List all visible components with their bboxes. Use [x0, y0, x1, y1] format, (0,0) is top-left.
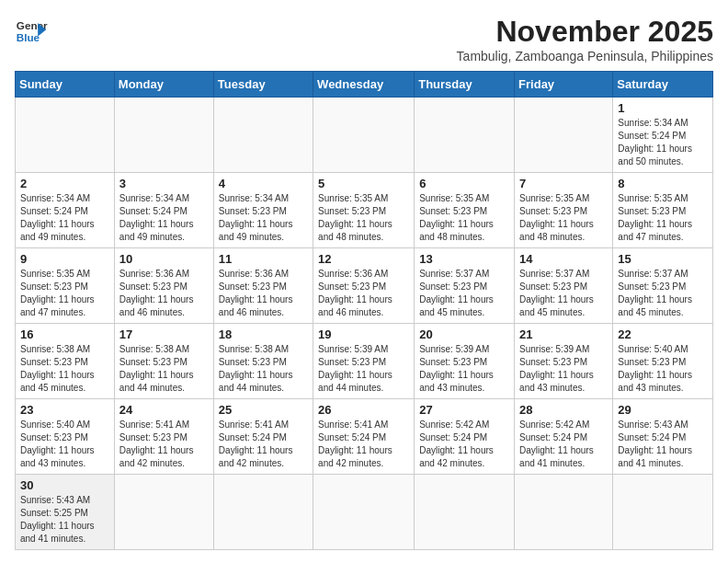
cell-daylight-info: Sunrise: 5:38 AM Sunset: 5:23 PM Dayligh…	[119, 343, 209, 395]
calendar-cell: 21Sunrise: 5:39 AM Sunset: 5:23 PM Dayli…	[515, 324, 613, 399]
calendar-table: SundayMondayTuesdayWednesdayThursdayFrid…	[15, 71, 713, 550]
calendar-cell: 13Sunrise: 5:37 AM Sunset: 5:23 PM Dayli…	[415, 248, 515, 324]
cell-daylight-info: Sunrise: 5:41 AM Sunset: 5:24 PM Dayligh…	[318, 419, 409, 470]
calendar-cell: 27Sunrise: 5:42 AM Sunset: 5:24 PM Dayli…	[415, 399, 515, 475]
cell-daylight-info: Sunrise: 5:37 AM Sunset: 5:23 PM Dayligh…	[419, 268, 509, 319]
cell-daylight-info: Sunrise: 5:34 AM Sunset: 5:23 PM Dayligh…	[219, 192, 308, 244]
calendar-cell: 8Sunrise: 5:35 AM Sunset: 5:23 PM Daylig…	[613, 173, 713, 248]
cell-daylight-info: Sunrise: 5:36 AM Sunset: 5:23 PM Dayligh…	[219, 268, 308, 319]
calendar-cell: 3Sunrise: 5:34 AM Sunset: 5:24 PM Daylig…	[114, 173, 213, 248]
calendar-cell: 6Sunrise: 5:35 AM Sunset: 5:23 PM Daylig…	[415, 173, 515, 248]
cell-daylight-info: Sunrise: 5:41 AM Sunset: 5:23 PM Dayligh…	[119, 419, 209, 470]
day-number: 24	[119, 403, 209, 417]
page-header: General Blue November 2025 Tambulig, Zam…	[15, 15, 713, 63]
calendar-cell	[16, 98, 115, 173]
logo-icon: General Blue	[15, 15, 48, 48]
day-number: 2	[20, 177, 109, 190]
calendar-cell: 19Sunrise: 5:39 AM Sunset: 5:23 PM Dayli…	[313, 324, 415, 399]
cell-daylight-info: Sunrise: 5:34 AM Sunset: 5:24 PM Dayligh…	[618, 117, 708, 168]
calendar-cell: 5Sunrise: 5:35 AM Sunset: 5:23 PM Daylig…	[313, 173, 415, 248]
weekday-header-row: SundayMondayTuesdayWednesdayThursdayFrid…	[16, 72, 713, 98]
cell-daylight-info: Sunrise: 5:35 AM Sunset: 5:23 PM Dayligh…	[318, 192, 409, 244]
calendar-cell	[415, 98, 515, 173]
calendar-week-row: 9Sunrise: 5:35 AM Sunset: 5:23 PM Daylig…	[16, 248, 713, 324]
logo: General Blue	[15, 15, 48, 48]
cell-daylight-info: Sunrise: 5:43 AM Sunset: 5:25 PM Dayligh…	[20, 494, 109, 546]
cell-daylight-info: Sunrise: 5:38 AM Sunset: 5:23 PM Dayligh…	[20, 343, 109, 395]
calendar-cell: 11Sunrise: 5:36 AM Sunset: 5:23 PM Dayli…	[213, 248, 313, 324]
day-number: 16	[20, 327, 109, 341]
calendar-cell: 7Sunrise: 5:35 AM Sunset: 5:23 PM Daylig…	[515, 173, 613, 248]
calendar-cell	[114, 475, 213, 550]
calendar-cell: 30Sunrise: 5:43 AM Sunset: 5:25 PM Dayli…	[16, 475, 115, 550]
cell-daylight-info: Sunrise: 5:37 AM Sunset: 5:23 PM Dayligh…	[618, 268, 708, 319]
cell-daylight-info: Sunrise: 5:42 AM Sunset: 5:24 PM Dayligh…	[519, 419, 608, 470]
calendar-cell: 28Sunrise: 5:42 AM Sunset: 5:24 PM Dayli…	[515, 399, 613, 475]
day-number: 1	[618, 101, 708, 115]
day-number: 14	[519, 252, 608, 266]
weekday-header-wednesday: Wednesday	[313, 72, 415, 98]
day-number: 18	[219, 327, 308, 341]
day-number: 17	[119, 327, 209, 341]
calendar-cell: 20Sunrise: 5:39 AM Sunset: 5:23 PM Dayli…	[415, 324, 515, 399]
day-number: 11	[219, 252, 308, 266]
calendar-cell: 26Sunrise: 5:41 AM Sunset: 5:24 PM Dayli…	[313, 399, 415, 475]
svg-text:Blue: Blue	[17, 31, 40, 43]
calendar-cell: 25Sunrise: 5:41 AM Sunset: 5:24 PM Dayli…	[213, 399, 313, 475]
calendar-cell: 23Sunrise: 5:40 AM Sunset: 5:23 PM Dayli…	[16, 399, 115, 475]
cell-daylight-info: Sunrise: 5:43 AM Sunset: 5:24 PM Dayligh…	[618, 419, 708, 470]
day-number: 29	[618, 403, 708, 417]
day-number: 22	[618, 327, 708, 341]
calendar-cell: 14Sunrise: 5:37 AM Sunset: 5:23 PM Dayli…	[515, 248, 613, 324]
cell-daylight-info: Sunrise: 5:39 AM Sunset: 5:23 PM Dayligh…	[419, 343, 509, 395]
calendar-cell: 17Sunrise: 5:38 AM Sunset: 5:23 PM Dayli…	[114, 324, 213, 399]
day-number: 5	[318, 177, 409, 190]
calendar-week-row: 1Sunrise: 5:34 AM Sunset: 5:24 PM Daylig…	[16, 98, 713, 173]
cell-daylight-info: Sunrise: 5:39 AM Sunset: 5:23 PM Dayligh…	[318, 343, 409, 395]
day-number: 23	[20, 403, 109, 417]
calendar-week-row: 30Sunrise: 5:43 AM Sunset: 5:25 PM Dayli…	[16, 475, 713, 550]
calendar-cell: 9Sunrise: 5:35 AM Sunset: 5:23 PM Daylig…	[16, 248, 115, 324]
day-number: 10	[119, 252, 209, 266]
day-number: 28	[519, 403, 608, 417]
calendar-cell	[213, 475, 313, 550]
calendar-cell	[515, 475, 613, 550]
calendar-week-row: 23Sunrise: 5:40 AM Sunset: 5:23 PM Dayli…	[16, 399, 713, 475]
day-number: 6	[419, 177, 509, 190]
cell-daylight-info: Sunrise: 5:37 AM Sunset: 5:23 PM Dayligh…	[519, 268, 608, 319]
day-number: 12	[318, 252, 409, 266]
cell-daylight-info: Sunrise: 5:35 AM Sunset: 5:23 PM Dayligh…	[419, 192, 509, 244]
day-number: 13	[419, 252, 509, 266]
weekday-header-friday: Friday	[515, 72, 613, 98]
weekday-header-saturday: Saturday	[613, 72, 713, 98]
calendar-cell: 16Sunrise: 5:38 AM Sunset: 5:23 PM Dayli…	[16, 324, 115, 399]
day-number: 9	[20, 252, 109, 266]
day-number: 26	[318, 403, 409, 417]
cell-daylight-info: Sunrise: 5:42 AM Sunset: 5:24 PM Dayligh…	[419, 419, 509, 470]
day-number: 25	[219, 403, 308, 417]
day-number: 7	[519, 177, 608, 190]
day-number: 4	[219, 177, 308, 190]
calendar-cell	[613, 475, 713, 550]
calendar-cell: 12Sunrise: 5:36 AM Sunset: 5:23 PM Dayli…	[313, 248, 415, 324]
calendar-cell: 4Sunrise: 5:34 AM Sunset: 5:23 PM Daylig…	[213, 173, 313, 248]
calendar-cell: 29Sunrise: 5:43 AM Sunset: 5:24 PM Dayli…	[613, 399, 713, 475]
cell-daylight-info: Sunrise: 5:36 AM Sunset: 5:23 PM Dayligh…	[119, 268, 209, 319]
day-number: 27	[419, 403, 509, 417]
day-number: 21	[519, 327, 608, 341]
calendar-cell	[213, 98, 313, 173]
day-number: 20	[419, 327, 509, 341]
cell-daylight-info: Sunrise: 5:39 AM Sunset: 5:23 PM Dayligh…	[519, 343, 608, 395]
calendar-cell: 22Sunrise: 5:40 AM Sunset: 5:23 PM Dayli…	[613, 324, 713, 399]
title-area: November 2025 Tambulig, Zamboanga Penins…	[457, 15, 713, 63]
calendar-cell	[313, 475, 415, 550]
calendar-cell: 15Sunrise: 5:37 AM Sunset: 5:23 PM Dayli…	[613, 248, 713, 324]
month-title: November 2025	[457, 15, 713, 49]
calendar-week-row: 16Sunrise: 5:38 AM Sunset: 5:23 PM Dayli…	[16, 324, 713, 399]
calendar-cell	[515, 98, 613, 173]
cell-daylight-info: Sunrise: 5:34 AM Sunset: 5:24 PM Dayligh…	[119, 192, 209, 244]
day-number: 19	[318, 327, 409, 341]
cell-daylight-info: Sunrise: 5:35 AM Sunset: 5:23 PM Dayligh…	[519, 192, 608, 244]
cell-daylight-info: Sunrise: 5:38 AM Sunset: 5:23 PM Dayligh…	[219, 343, 308, 395]
day-number: 8	[618, 177, 708, 190]
